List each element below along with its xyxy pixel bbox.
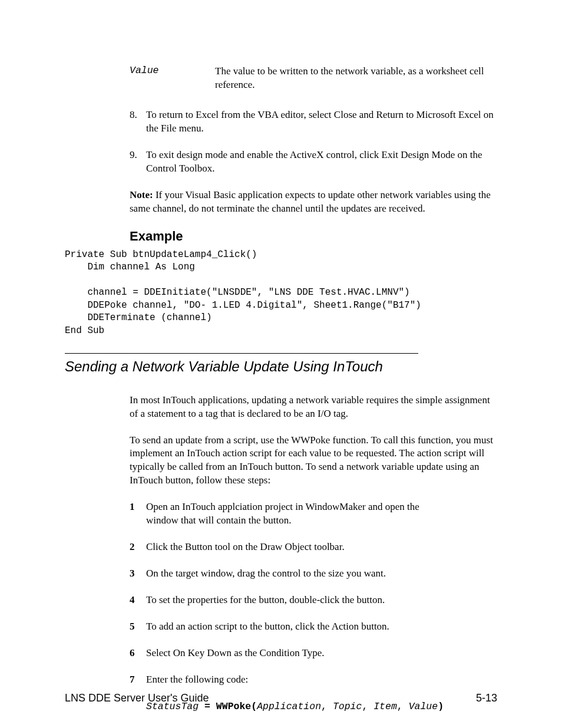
list-item: 6 Select On Key Down as the Condition Ty… [130,647,497,660]
list-number: 2 [130,541,146,554]
list-item: 2 Click the Button tool on the Draw Obje… [130,541,497,554]
parameter-row: Value The value to be written to the net… [130,65,497,92]
list-number: 8. [130,108,146,136]
list-item: 5 To add an action script to the button,… [130,620,497,634]
section-heading: Sending a Network Variable Update Using … [65,358,497,375]
list-number: 1 [130,500,146,528]
code-block: Private Sub btnUpdateLamp4_Click() Dim c… [65,249,497,338]
list-text: To add an action script to the button, c… [146,620,497,634]
note-paragraph: Note: If your Visual Basic application e… [130,189,497,216]
page-footer: LNS DDE Server User's Guide 5-13 [65,692,497,704]
list-item: 7 Enter the following code: [130,673,497,687]
parameter-description: The value to be written to the network v… [215,65,497,92]
note-text: If your Visual Basic application expects… [130,189,491,214]
list-number: 4 [130,594,146,607]
list-item: 9. To exit design mode and enable the Ac… [130,149,497,176]
list-item: 3 On the target window, drag the control… [130,567,497,581]
list-text: Select On Key Down as the Condition Type… [146,647,497,660]
list-text: To exit design mode and enable the Activ… [146,149,497,176]
note-label: Note: [130,189,153,200]
list-text: To set the properties for the button, do… [146,594,497,607]
intro-paragraph-2: To send an update from a script, use the… [130,434,497,488]
list-text: On the target window, drag the control t… [146,567,497,581]
list-text: To return to Excel from the VBA editor, … [146,108,497,136]
list-number: 9. [130,149,146,176]
example-heading: Example [130,229,497,244]
list-item: 8. To return to Excel from the VBA edito… [130,108,497,136]
section-divider [65,353,418,354]
list-text: Click the Button tool on the Draw Object… [146,541,497,554]
page-number: 5-13 [476,692,497,704]
intro-paragraph-1: In most InTouch applications, updating a… [130,394,497,421]
list-item: 1 Open an InTouch applciation project in… [130,500,497,528]
list-number: 6 [130,647,146,660]
list-number: 3 [130,567,146,581]
list-text: Open an InTouch applciation project in W… [146,500,497,528]
footer-title: LNS DDE Server User's Guide [65,692,209,704]
list-item: 4 To set the properties for the button, … [130,594,497,607]
list-number: 5 [130,620,146,634]
list-number: 7 [130,673,146,687]
parameter-term: Value [130,65,215,92]
list-text: Enter the following code: [146,673,497,687]
